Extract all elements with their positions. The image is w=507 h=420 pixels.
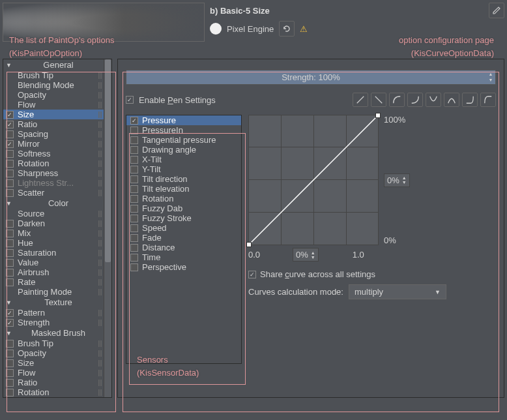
refresh-button[interactable] bbox=[279, 21, 295, 37]
category-header[interactable]: ▼General bbox=[3, 59, 104, 70]
annotation-box-left bbox=[7, 72, 116, 412]
engine-dot bbox=[210, 23, 222, 35]
pencil-icon bbox=[492, 6, 501, 15]
annotation-right: option configuration page(KisCurveOption… bbox=[399, 34, 494, 59]
annotation-box-sensors bbox=[129, 133, 246, 385]
annotation-left: The list of PaintOp's options (KisPaintO… bbox=[9, 34, 114, 59]
annotation-sensors: Sensors (KisSensorData) bbox=[137, 353, 199, 379]
brush-title: b) Basic-5 Size bbox=[210, 6, 484, 16]
edit-button[interactable] bbox=[489, 3, 504, 18]
refresh-icon bbox=[282, 24, 291, 33]
warning-icon: ⚠ bbox=[300, 24, 308, 34]
engine-label: Pixel Engine bbox=[227, 24, 274, 34]
